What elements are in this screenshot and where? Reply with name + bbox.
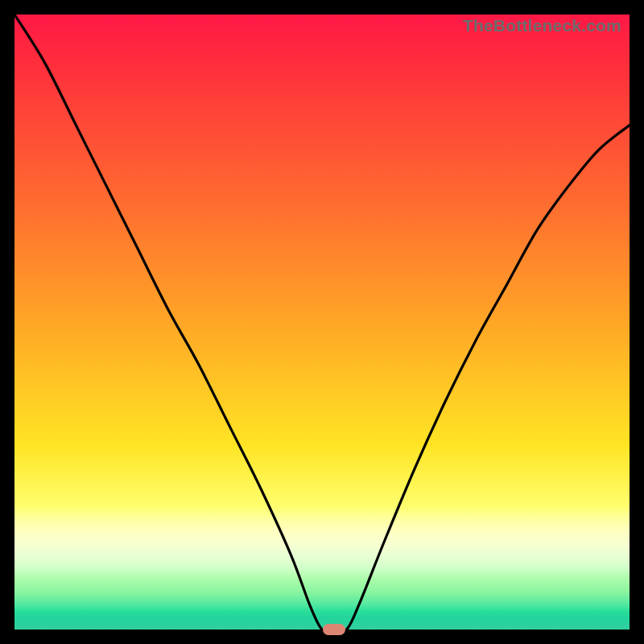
plot-area: TheBottleneck.com [14, 14, 630, 630]
optimal-marker [323, 624, 345, 635]
bottleneck-curve [14, 14, 630, 630]
chart-stage: TheBottleneck.com [0, 0, 644, 644]
curve-path [14, 14, 630, 630]
